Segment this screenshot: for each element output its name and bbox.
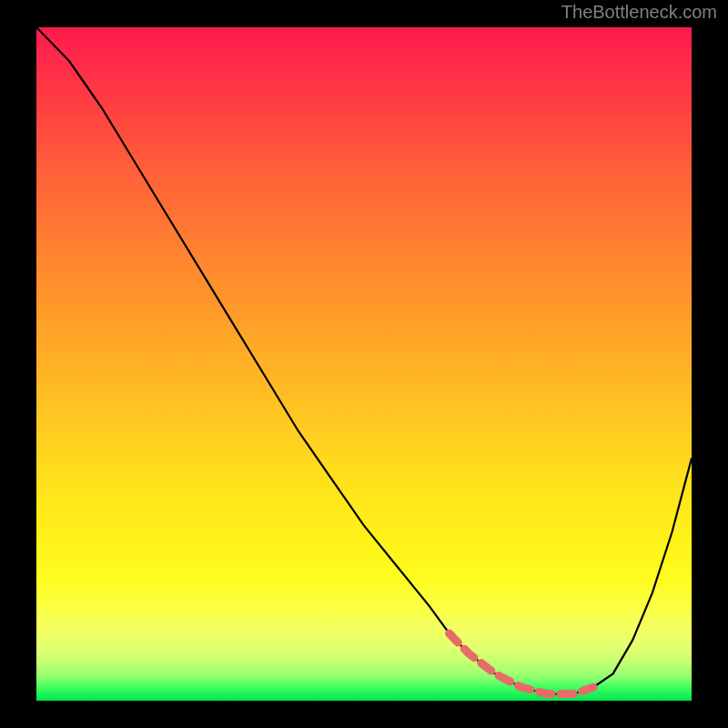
attribution-text: TheBottleneck.com [561,2,717,23]
chart-plot-area [36,27,692,701]
bottleneck-curve [36,27,692,701]
